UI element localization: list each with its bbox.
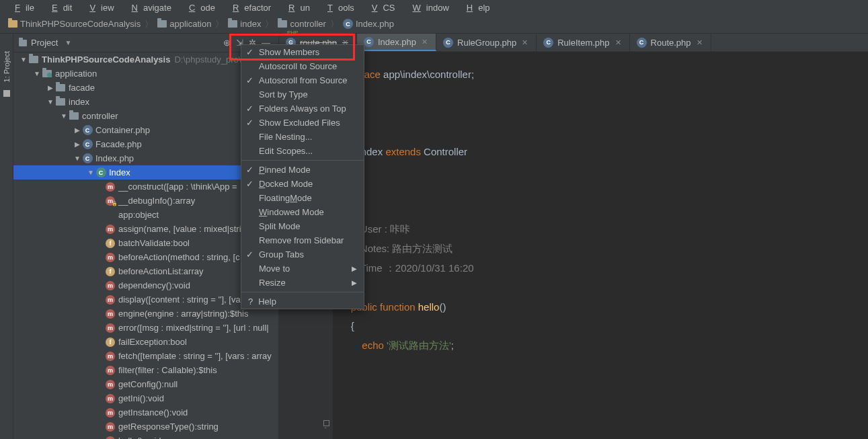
menu-item[interactable]: Split Mode	[241, 219, 364, 233]
tree-member[interactable]: app:object	[13, 208, 278, 222]
tree-arrow-icon[interactable]: ▼	[46, 98, 55, 106]
menu-run[interactable]: Run	[278, 1, 315, 14]
tree-member[interactable]: mengine(engine : array|string):$this	[13, 307, 278, 321]
menu-item[interactable]: Windowed Mode	[241, 205, 364, 219]
menu-item[interactable]: Autoscroll from Source	[241, 73, 364, 87]
menu-code[interactable]: Code	[178, 1, 221, 14]
menu-item[interactable]: Resize▶	[241, 276, 364, 290]
menu-item[interactable]: ?Help	[241, 294, 364, 309]
tree-arrow-icon[interactable]: ▼	[32, 70, 42, 77]
breadcrumb-item[interactable]: index	[225, 19, 264, 29]
breadcrumb-root[interactable]: ThinkPHPSourceCodeAnalysis	[5, 19, 143, 29]
tree-member[interactable]: mfilter(filter : Callable):$this	[13, 363, 278, 377]
tree-member[interactable]: m__debugInfo():array	[13, 194, 278, 208]
editor-tab[interactable]: CRuleGroup.php✕	[436, 34, 537, 51]
tree-member[interactable]: m__construct([app : \think\App =	[13, 179, 278, 194]
code-content[interactable]: mespace app\index\controller; e ... ass …	[333, 61, 868, 439]
tree-member[interactable]: mfetch([template : string = ''], [vars :…	[13, 349, 278, 363]
tree-arrow-icon[interactable]: ▶	[73, 126, 82, 134]
menu-item[interactable]: Docked Mode	[241, 177, 364, 191]
tree-arrow-icon[interactable]: ▼	[86, 169, 95, 176]
tree-folder[interactable]: ▶ facade	[13, 81, 278, 95]
menu-item[interactable]: Folders Always on Top	[241, 102, 364, 116]
tree-member[interactable]: mhello():void	[13, 434, 278, 439]
menu-item[interactable]: Pinned Mode	[241, 163, 364, 177]
tree-member[interactable]: massign(name, [value : mixed|strin	[13, 222, 278, 236]
menu-edit[interactable]: Edit	[41, 1, 77, 14]
project-view-context-menu[interactable]: Show MembersAutoscroll to SourceAutoscro…	[241, 44, 364, 309]
fold-icon[interactable]	[323, 420, 329, 426]
tree-label: index	[69, 97, 89, 107]
tree-folder[interactable]: ▼ controller	[13, 109, 278, 123]
project-tree[interactable]: ▼ ThinkPHPSourceCodeAnalysisD:\phpstudy_…	[13, 52, 278, 439]
menu-navigate[interactable]: Navigate	[121, 1, 177, 14]
tree-project-root[interactable]: ▼ ThinkPHPSourceCodeAnalysisD:\phpstudy_…	[13, 52, 278, 67]
folder-icon	[29, 56, 38, 63]
tree-member[interactable]: mgetConfig():null	[13, 377, 278, 391]
tree-file[interactable]: ▶ C Facade.php	[13, 137, 278, 151]
editor-tab[interactable]: CRoute.php✕	[630, 34, 711, 51]
tree-label: error([msg : mixed|string = ''], [url : …	[118, 323, 269, 333]
close-tab-icon[interactable]: ✕	[614, 38, 623, 47]
menu-item[interactable]: Group Tabs	[241, 247, 364, 262]
menu-item[interactable]: File Nesting...	[241, 130, 364, 144]
tree-folder[interactable]: ▼ application	[13, 67, 278, 81]
chevron-right-icon: 〉	[214, 18, 225, 30]
method-icon: m	[106, 253, 115, 262]
tree-arrow-icon[interactable]: ▶	[46, 84, 55, 91]
method-icon: f	[106, 239, 115, 248]
menu-item[interactable]: Move to▶	[241, 262, 364, 276]
menu-refactor[interactable]: Refactor	[222, 1, 276, 14]
tree-member[interactable]: mdisplay([content : string = ''], [va	[13, 292, 278, 307]
tool-window-icon[interactable]	[3, 90, 10, 97]
breadcrumb-item[interactable]: controller	[275, 19, 328, 29]
breadcrumb-item[interactable]: application	[155, 19, 214, 29]
menu-item[interactable]: Floating Mode	[241, 191, 364, 205]
editor-tab[interactable]: CIndex.php✕	[357, 34, 436, 51]
close-tab-icon[interactable]: ✕	[520, 38, 529, 47]
close-tab-icon[interactable]: ✕	[420, 38, 429, 46]
project-view-selector[interactable]: Project ▼	[19, 38, 221, 48]
tree-member[interactable]: mdependency():void	[13, 278, 278, 292]
menu-window[interactable]: Window	[402, 1, 455, 14]
close-tab-icon[interactable]: ✕	[695, 38, 704, 47]
menu-help[interactable]: Help	[456, 1, 496, 14]
tree-file[interactable]: ▶ C Container.php	[13, 123, 278, 137]
breadcrumb-file[interactable]: C Index.php	[340, 19, 397, 29]
folder-icon	[56, 98, 65, 106]
tab-label: Index.php	[378, 37, 416, 47]
menu-item[interactable]: Show Excluded Files	[241, 116, 364, 130]
tree-member[interactable]: fbeforeActionList:array	[13, 264, 278, 278]
code-editor[interactable]: 1819202122 mespace app\index\controller;…	[279, 61, 868, 439]
menu-vcs[interactable]: VCS	[361, 1, 401, 14]
editor-tab[interactable]: CRuleItem.php✕	[537, 34, 629, 51]
tree-member[interactable]: mgetIni():void	[13, 391, 278, 405]
menu-item[interactable]: Edit Scopes...	[241, 144, 364, 158]
tree-member[interactable]: ffailException:bool	[13, 335, 278, 349]
tree-label: ThinkPHPSourceCodeAnalysisD:\phpstudy_pr…	[42, 54, 258, 65]
method-icon: m	[106, 422, 115, 432]
project-tool-button[interactable]: 1: Project	[3, 47, 11, 86]
tree-member[interactable]: mbeforeAction(method : string, [c	[13, 250, 278, 264]
menu-item[interactable]: Show Members	[241, 45, 364, 59]
tree-class[interactable]: ▼ C Index	[13, 165, 278, 179]
tree-folder[interactable]: ▼ index	[13, 95, 278, 109]
project-pane-header: Project ▼ ⊕ ⇲ ✲ —	[13, 34, 278, 52]
tree-member[interactable]: mgetResponseType():string	[13, 420, 278, 434]
tree-arrow-icon[interactable]: ▼	[59, 112, 69, 120]
tree-arrow-icon[interactable]: ▶	[73, 141, 82, 148]
menu-view[interactable]: View	[79, 1, 119, 14]
menu-file[interactable]: File	[4, 1, 40, 14]
tree-arrow-icon[interactable]: ▼	[73, 155, 82, 162]
tree-member[interactable]: merror([msg : mixed|string = ''], [url :…	[13, 321, 278, 335]
tree-arrow-icon[interactable]: ▼	[19, 56, 28, 63]
tree-member[interactable]: fbatchValidate:bool	[13, 236, 278, 250]
scroll-from-source-icon[interactable]: ⊕	[221, 36, 233, 49]
menu-item[interactable]: Sort by Type	[241, 87, 364, 102]
tree-file[interactable]: ▼ C Index.php	[13, 151, 278, 165]
menu-item[interactable]: Autoscroll to Source	[241, 59, 364, 73]
menu-tools[interactable]: Tools	[317, 1, 360, 14]
breadcrumb-label: ThinkPHPSourceCodeAnalysis	[20, 19, 141, 29]
tree-member[interactable]: mgetInstance():void	[13, 405, 278, 420]
menu-item[interactable]: Remove from Sidebar	[241, 233, 364, 247]
